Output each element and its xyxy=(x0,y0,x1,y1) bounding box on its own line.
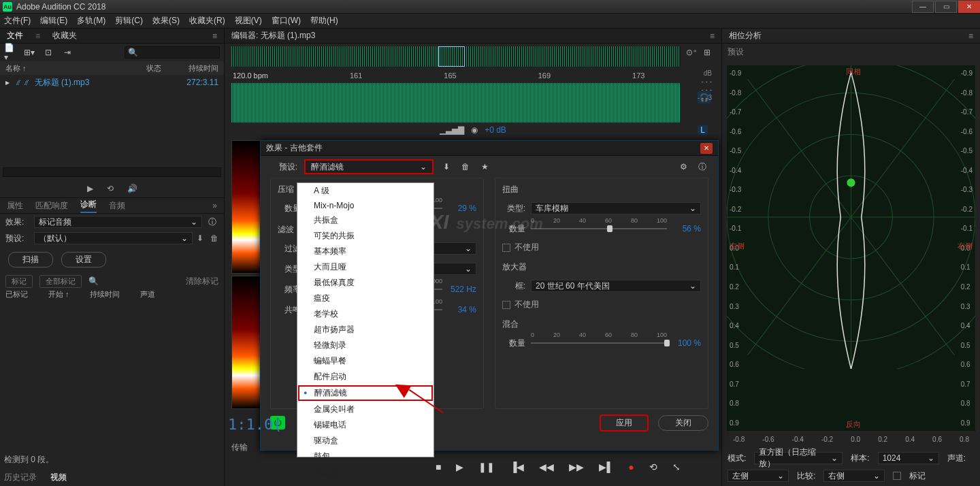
skip-selection-icon[interactable]: ⤡ xyxy=(672,461,681,472)
trash-preset-icon[interactable]: 🗑 xyxy=(459,161,472,173)
gain-value[interactable]: +0 dB xyxy=(485,125,506,135)
play-icon[interactable]: ▶ xyxy=(456,461,463,472)
dropdown-item[interactable]: 大而且哑 xyxy=(297,259,434,275)
dropdown-item[interactable]: 最低保真度 xyxy=(297,275,434,291)
close-button[interactable]: ✕ xyxy=(958,1,980,13)
files-search-input[interactable]: 🔍 xyxy=(125,46,220,59)
autoplay-icon[interactable]: 🔊 xyxy=(127,184,137,193)
menu-file[interactable]: 文件(F) xyxy=(4,15,31,27)
mix-slider[interactable]: 020406080100 xyxy=(531,338,667,348)
play-icon[interactable]: ▶ xyxy=(87,184,93,193)
rewind-icon[interactable]: ◀◀ xyxy=(539,461,554,472)
tab-diagnostics[interactable]: 诊断 xyxy=(80,199,97,213)
dropdown-item[interactable]: 驱动盒 xyxy=(297,433,434,449)
more-tabs-icon[interactable]: » xyxy=(212,201,217,210)
file-row[interactable]: ▸ ⫽⫽ 无标题 (1).mp3 272:3.11 xyxy=(0,75,224,90)
star-preset-icon[interactable]: ★ xyxy=(478,161,491,173)
tab-audio[interactable]: 音频 xyxy=(109,200,125,212)
skip-start-icon[interactable]: ▐◀ xyxy=(510,461,524,472)
import-icon[interactable]: ⇥ xyxy=(61,47,74,58)
chip-mark-all[interactable]: 全部标记 xyxy=(39,275,82,288)
distort-nouse-checkbox[interactable] xyxy=(502,244,510,252)
stop-icon[interactable]: ■ xyxy=(436,461,441,472)
mode-select[interactable]: 直方图（日志缩放）⌄ xyxy=(754,452,843,464)
delete-preset-icon[interactable]: 🗑 xyxy=(210,233,218,243)
menu-favorites[interactable]: 收藏夹(R) xyxy=(189,15,225,27)
menu-multitrack[interactable]: 多轨(M) xyxy=(77,15,105,27)
editor-menu-icon[interactable]: ≡ xyxy=(710,31,715,41)
tab-favorites[interactable]: 收藏夹 xyxy=(52,30,77,42)
new-multitrack-icon[interactable]: ⊞▾ xyxy=(23,47,35,58)
mark-checkbox[interactable] xyxy=(893,472,901,480)
amp-nouse-checkbox[interactable] xyxy=(502,301,510,309)
tab-history[interactable]: 历史记录 xyxy=(4,472,37,483)
dropdown-item[interactable]: 老学校 xyxy=(297,306,434,322)
preset-dropdown-list[interactable]: A 级Mix-n-Mojo共振盒可笑的共振基本频率大而且哑最低保真度瘟疫老学校超… xyxy=(297,182,434,457)
save-preset-icon[interactable]: ⬇ xyxy=(440,161,453,173)
dialog-close-icon[interactable]: ✕ xyxy=(700,143,713,154)
dropdown-item[interactable]: Mix-n-Mojo xyxy=(297,199,434,212)
amp-box-select[interactable]: 20 世纪 60 年代美国⌄ xyxy=(531,280,701,292)
menu-edit[interactable]: 编辑(E) xyxy=(40,15,67,27)
info-icon[interactable]: ⓘ xyxy=(206,216,218,227)
col-name[interactable]: 名称 ↑ xyxy=(5,63,27,74)
menu-view[interactable]: 视图(V) xyxy=(235,15,262,27)
main-waveform[interactable] xyxy=(231,83,681,123)
cmp-select[interactable]: 右侧⌄ xyxy=(823,470,885,482)
minimize-button[interactable]: — xyxy=(912,1,934,13)
scan-button[interactable]: 扫描 xyxy=(8,252,53,268)
timeline-ruler[interactable]: 120.0 bpm 161 165 169 173 xyxy=(225,68,721,83)
distort-type-select[interactable]: 车库模糊⌄ xyxy=(531,202,701,214)
info-icon[interactable]: ⓘ xyxy=(696,161,708,173)
apply-button[interactable]: 应用 xyxy=(600,415,649,432)
menu-help[interactable]: 帮助(H) xyxy=(310,15,338,27)
preset-select[interactable]: （默认）⌄ xyxy=(34,232,193,244)
fx-select[interactable]: 标记音频⌄ xyxy=(34,216,202,228)
open-file-icon[interactable]: 📄▾ xyxy=(4,47,16,58)
dropdown-item[interactable]: 轻微刻录 xyxy=(297,338,434,353)
chip-mark[interactable]: 标记 xyxy=(5,275,33,288)
pause-icon[interactable]: ❚❚ xyxy=(478,461,495,472)
save-preset-icon[interactable]: ⬇ xyxy=(197,233,203,243)
dlg-preset-select[interactable]: 醉酒滤镜⌄ xyxy=(304,159,434,174)
close-dialog-button[interactable]: 关闭 xyxy=(658,415,708,431)
menu-effects[interactable]: 效果(S) xyxy=(152,15,180,27)
tab-video[interactable]: 视频 xyxy=(50,472,67,483)
menu-window[interactable]: 窗口(W) xyxy=(272,15,301,27)
tab-files[interactable]: 文件 xyxy=(7,30,23,42)
panel-menu-icon[interactable]: ≡ xyxy=(212,31,217,41)
record-icon[interactable]: ⊡ xyxy=(42,47,54,58)
sample-select[interactable]: 1024⌄ xyxy=(878,452,939,464)
dropdown-item[interactable]: 锡罐电话 xyxy=(297,417,434,433)
col-status[interactable]: 状态 xyxy=(146,63,161,74)
dropdown-item[interactable]: 瘟疫 xyxy=(297,291,434,306)
dropdown-item[interactable]: 超市扬声器 xyxy=(297,322,434,338)
loop-icon[interactable]: ⟲ xyxy=(649,461,657,472)
dropdown-item[interactable]: 共振盒 xyxy=(297,212,434,228)
record-icon[interactable]: ● xyxy=(628,461,634,472)
distort-slider[interactable]: 020406080100 xyxy=(531,224,667,233)
tab-loudness[interactable]: 匹配响度 xyxy=(35,200,68,212)
col-duration[interactable]: 持续时间 xyxy=(189,63,218,74)
maximize-button[interactable]: ▭ xyxy=(935,1,957,13)
dropdown-item[interactable]: 可笑的共振 xyxy=(297,228,434,244)
loop-icon[interactable]: ⟲ xyxy=(107,184,114,193)
dropdown-item[interactable]: 基本频率 xyxy=(297,244,434,259)
search-markers-icon[interactable]: 🔍 xyxy=(88,276,99,286)
phase-scope[interactable]: -0.9-0.8-0.7-0.6-0.5-0.4-0.3-0.2-0.10.00… xyxy=(726,65,976,432)
dropdown-item[interactable]: 金属尖叫者 xyxy=(297,402,434,417)
zoom-icon[interactable]: ⊙⁺ xyxy=(686,48,697,57)
forward-icon[interactable]: ▶▶ xyxy=(569,461,584,472)
vol-knob-icon[interactable]: ◉ xyxy=(471,125,478,135)
dropdown-item[interactable]: 鼓包 xyxy=(297,449,434,464)
menu-clip[interactable]: 剪辑(C) xyxy=(115,15,143,27)
files-scrollbar[interactable] xyxy=(3,167,221,177)
phase-menu-icon[interactable]: ≡ xyxy=(968,31,973,41)
tab-properties[interactable]: 属性 xyxy=(7,200,23,212)
grid-icon[interactable]: ⊞ xyxy=(704,48,710,57)
dropdown-item[interactable]: （默认） xyxy=(297,464,434,480)
dropdown-item[interactable]: A 级 xyxy=(297,183,434,199)
chan-select[interactable]: 左侧⌄ xyxy=(728,470,789,482)
overview-waveform[interactable] xyxy=(231,46,681,67)
channel-L[interactable]: L xyxy=(698,125,708,135)
